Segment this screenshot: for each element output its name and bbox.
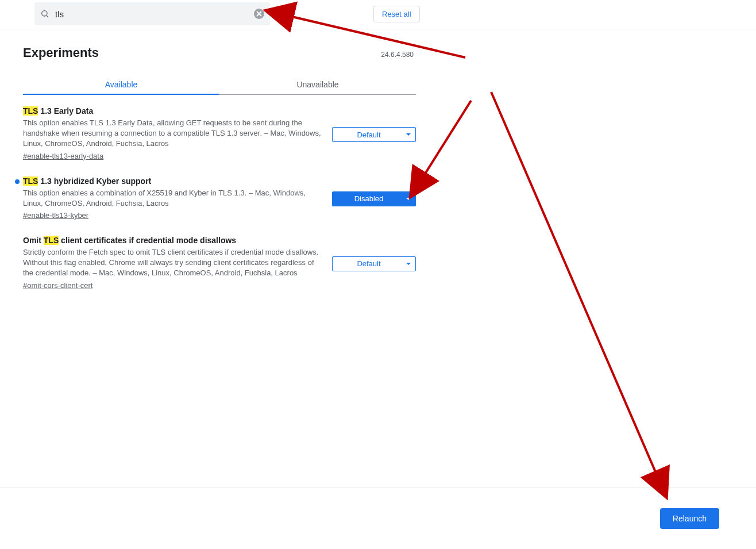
flag-id-link[interactable]: #omit-cors-client-cert [23,281,92,290]
tab-available[interactable]: Available [23,74,219,95]
page-title: Experiments [23,45,381,60]
relaunch-button[interactable]: Relaunch [660,508,719,529]
flag-row: Omit TLS client certificates if credenti… [23,236,416,306]
search-icon [40,9,49,18]
flag-title: TLS 1.3 Early Data [23,106,323,116]
clear-search-button[interactable] [254,9,264,19]
search-highlight: TLS [23,176,38,186]
flag-title: Omit TLS client certificates if credenti… [23,236,323,245]
svg-line-1 [47,16,48,17]
flag-title: TLS 1.3 hybridized Kyber support [23,176,323,186]
tabs: Available Unavailable [23,74,416,95]
reset-all-button[interactable]: Reset all [373,6,420,22]
flag-description: This option enables a combination of X25… [23,188,323,209]
flag-row: TLS 1.3 Early DataThis option enables TL… [23,106,416,176]
flag-description: This option enables TLS 1.3 Early Data, … [23,118,323,149]
flag-description: Strictly conform the Fetch spec to omit … [23,247,323,279]
search-box[interactable] [34,2,270,25]
svg-point-0 [42,11,47,16]
flag-row: TLS 1.3 hybridized Kyber supportThis opt… [23,176,416,236]
version-text: 24.6.4.580 [381,51,416,59]
svg-line-3 [422,101,471,178]
flag-id-link[interactable]: #enable-tls13-kyber [23,211,88,220]
search-input[interactable] [55,9,247,19]
flag-state-select[interactable]: Default [332,127,416,142]
close-icon [256,11,262,17]
svg-line-4 [491,92,658,477]
flag-state-select[interactable]: Disabled [332,191,416,206]
flag-id-link[interactable]: #enable-tls13-early-data [23,152,103,160]
search-highlight: TLS [23,106,38,116]
search-highlight: TLS [44,236,59,245]
flag-state-select[interactable]: Default [332,256,416,271]
modified-indicator [15,179,20,184]
tab-unavailable[interactable]: Unavailable [219,74,416,94]
